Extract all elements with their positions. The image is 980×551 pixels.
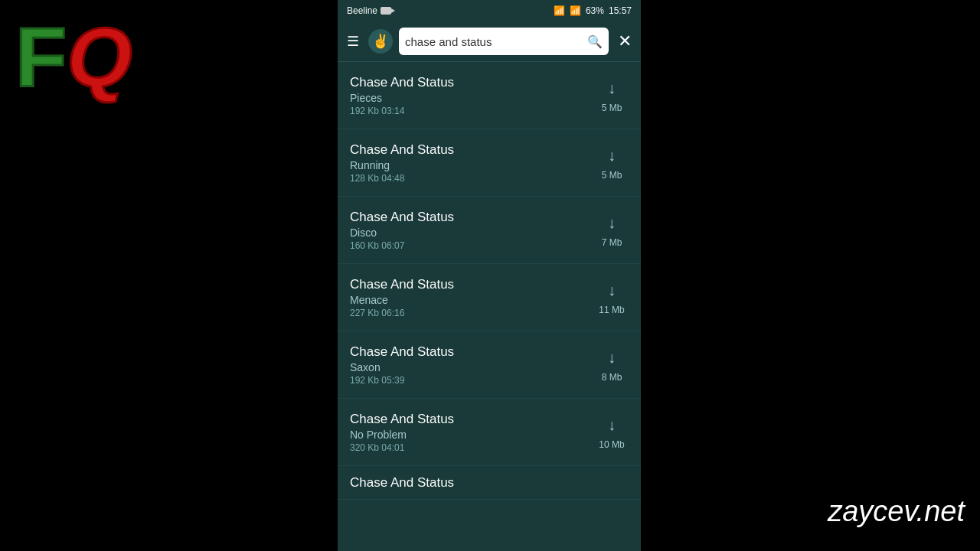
song-item-7[interactable]: Chase And Status xyxy=(338,466,641,500)
signal-icon: 📶 xyxy=(570,5,581,16)
download-button-6[interactable]: ↓ xyxy=(601,415,622,436)
carrier-info: Beeline xyxy=(347,5,391,16)
song-item-3[interactable]: Chase And Status Disco 160 Kb 06:07 ↓ 7 … xyxy=(338,197,641,264)
logo-f: F xyxy=(15,15,67,99)
search-icon[interactable]: 🔍 xyxy=(587,34,603,49)
song-title-4: Menace xyxy=(350,294,595,306)
song-item-2[interactable]: Chase And Status Running 128 Kb 04:48 ↓ … xyxy=(338,129,641,197)
song-info-1: Chase And Status Pieces 192 Kb 03:14 xyxy=(350,75,595,116)
file-size-4: 11 Mb xyxy=(599,305,624,315)
song-info-4: Chase And Status Menace 227 Kb 06:16 xyxy=(350,277,595,318)
download-button-2[interactable]: ↓ xyxy=(601,145,622,167)
song-title-1: Pieces xyxy=(350,92,595,104)
search-input[interactable] xyxy=(405,35,583,48)
search-container: 🔍 xyxy=(399,28,609,55)
song-artist-6: Chase And Status xyxy=(350,412,595,427)
song-meta-3: 160 Kb 06:07 xyxy=(350,240,595,251)
camera-icon xyxy=(381,7,391,15)
phone-frame: Beeline 📶 📶 63% 15:57 ☰ ✌ 🔍 ✕ Chase And … xyxy=(338,0,641,551)
download-button-3[interactable]: ↓ xyxy=(601,213,622,234)
download-area-2: ↓ 5 Mb xyxy=(595,145,629,181)
download-area-5: ↓ 8 Mb xyxy=(595,347,629,383)
song-item-4[interactable]: Chase And Status Menace 227 Kb 06:16 ↓ 1… xyxy=(338,264,641,331)
hamburger-button[interactable]: ☰ xyxy=(344,30,362,53)
battery-info: 63% xyxy=(586,5,604,16)
song-artist-1: Chase And Status xyxy=(350,75,595,90)
song-item-5[interactable]: Chase And Status Saxon 192 Kb 05:39 ↓ 8 … xyxy=(338,331,641,399)
song-meta-4: 227 Kb 06:16 xyxy=(350,308,595,318)
file-size-3: 7 Mb xyxy=(602,237,622,248)
song-artist-2: Chase And Status xyxy=(350,142,595,158)
download-area-3: ↓ 7 Mb xyxy=(595,213,629,248)
song-info-5: Chase And Status Saxon 192 Kb 05:39 xyxy=(350,344,595,386)
download-button-1[interactable]: ↓ xyxy=(601,78,622,99)
time-display: 15:57 xyxy=(609,5,632,16)
song-artist-7: Chase And Status xyxy=(350,475,629,491)
song-info-2: Chase And Status Running 128 Kb 04:48 xyxy=(350,142,595,184)
status-bar: Beeline 📶 📶 63% 15:57 xyxy=(338,0,641,21)
bunny-symbol: ✌ xyxy=(372,33,389,50)
file-size-2: 5 Mb xyxy=(602,170,622,181)
song-title-5: Saxon xyxy=(350,361,595,373)
status-bar-right: 📶 📶 63% 15:57 xyxy=(554,5,632,16)
file-size-6: 10 Mb xyxy=(599,439,624,450)
wifi-icon: 📶 xyxy=(554,5,565,16)
song-title-6: No Problem xyxy=(350,429,595,441)
song-info-6: Chase And Status No Problem 320 Kb 04:01 xyxy=(350,412,595,453)
carrier-name: Beeline xyxy=(347,5,377,16)
song-artist-5: Chase And Status xyxy=(350,344,595,360)
file-size-5: 8 Mb xyxy=(602,372,622,383)
fq-logo: FQ xyxy=(15,15,132,99)
logo-q: Q xyxy=(67,15,132,99)
download-area-1: ↓ 5 Mb xyxy=(595,78,629,113)
close-button[interactable]: ✕ xyxy=(615,28,635,54)
download-button-5[interactable]: ↓ xyxy=(601,347,622,369)
song-meta-2: 128 Kb 04:48 xyxy=(350,173,595,184)
bunny-icon[interactable]: ✌ xyxy=(368,29,393,54)
song-artist-4: Chase And Status xyxy=(350,277,595,292)
song-info-7: Chase And Status xyxy=(350,475,629,491)
download-button-4[interactable]: ↓ xyxy=(601,280,622,302)
watermark: zaycev.net xyxy=(828,495,965,528)
song-item-1[interactable]: Chase And Status Pieces 192 Kb 03:14 ↓ 5… xyxy=(338,62,641,129)
download-area-6: ↓ 10 Mb xyxy=(595,415,629,450)
song-title-3: Disco xyxy=(350,227,595,239)
search-row: ☰ ✌ 🔍 ✕ xyxy=(338,21,641,61)
song-meta-1: 192 Kb 03:14 xyxy=(350,106,595,116)
song-item-6[interactable]: Chase And Status No Problem 320 Kb 04:01… xyxy=(338,399,641,466)
file-size-1: 5 Mb xyxy=(602,103,622,113)
song-artist-3: Chase And Status xyxy=(350,210,595,225)
download-area-4: ↓ 11 Mb xyxy=(595,280,629,315)
song-info-3: Chase And Status Disco 160 Kb 06:07 xyxy=(350,210,595,251)
song-title-2: Running xyxy=(350,159,595,171)
song-meta-5: 192 Kb 05:39 xyxy=(350,375,595,386)
song-list: Chase And Status Pieces 192 Kb 03:14 ↓ 5… xyxy=(338,62,641,551)
song-meta-6: 320 Kb 04:01 xyxy=(350,442,595,453)
